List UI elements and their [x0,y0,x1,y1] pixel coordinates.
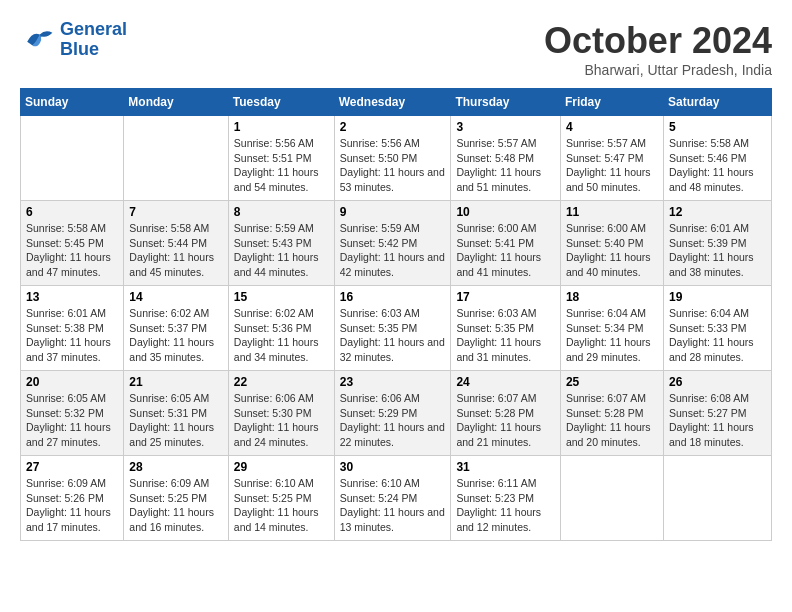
calendar-cell: 13Sunrise: 6:01 AM Sunset: 5:38 PM Dayli… [21,286,124,371]
calendar-cell: 12Sunrise: 6:01 AM Sunset: 5:39 PM Dayli… [663,201,771,286]
day-detail: Sunrise: 5:58 AM Sunset: 5:45 PM Dayligh… [26,221,118,280]
day-number: 5 [669,120,766,134]
calendar-header: SundayMondayTuesdayWednesdayThursdayFrid… [21,89,772,116]
calendar-cell: 23Sunrise: 6:06 AM Sunset: 5:29 PM Dayli… [334,371,451,456]
week-row-3: 13Sunrise: 6:01 AM Sunset: 5:38 PM Dayli… [21,286,772,371]
calendar-cell: 25Sunrise: 6:07 AM Sunset: 5:28 PM Dayli… [560,371,663,456]
day-number: 22 [234,375,329,389]
calendar-cell: 22Sunrise: 6:06 AM Sunset: 5:30 PM Dayli… [228,371,334,456]
logo-icon [20,22,56,58]
day-detail: Sunrise: 6:10 AM Sunset: 5:24 PM Dayligh… [340,476,446,535]
day-detail: Sunrise: 6:07 AM Sunset: 5:28 PM Dayligh… [456,391,555,450]
calendar-cell: 6Sunrise: 5:58 AM Sunset: 5:45 PM Daylig… [21,201,124,286]
day-number: 6 [26,205,118,219]
day-number: 31 [456,460,555,474]
calendar-cell: 16Sunrise: 6:03 AM Sunset: 5:35 PM Dayli… [334,286,451,371]
calendar-cell: 17Sunrise: 6:03 AM Sunset: 5:35 PM Dayli… [451,286,561,371]
day-number: 30 [340,460,446,474]
day-detail: Sunrise: 6:00 AM Sunset: 5:40 PM Dayligh… [566,221,658,280]
day-number: 3 [456,120,555,134]
day-detail: Sunrise: 5:57 AM Sunset: 5:48 PM Dayligh… [456,136,555,195]
day-detail: Sunrise: 5:57 AM Sunset: 5:47 PM Dayligh… [566,136,658,195]
calendar-cell: 18Sunrise: 6:04 AM Sunset: 5:34 PM Dayli… [560,286,663,371]
day-number: 29 [234,460,329,474]
logo-line1: General [60,19,127,39]
day-number: 12 [669,205,766,219]
logo: General Blue [20,20,127,60]
calendar-cell: 11Sunrise: 6:00 AM Sunset: 5:40 PM Dayli… [560,201,663,286]
logo-text: General Blue [60,20,127,60]
day-number: 21 [129,375,222,389]
header-sunday: Sunday [21,89,124,116]
day-detail: Sunrise: 6:04 AM Sunset: 5:34 PM Dayligh… [566,306,658,365]
calendar-cell [560,456,663,541]
day-detail: Sunrise: 5:59 AM Sunset: 5:42 PM Dayligh… [340,221,446,280]
day-number: 8 [234,205,329,219]
day-detail: Sunrise: 5:56 AM Sunset: 5:50 PM Dayligh… [340,136,446,195]
week-row-1: 1Sunrise: 5:56 AM Sunset: 5:51 PM Daylig… [21,116,772,201]
calendar-cell [21,116,124,201]
header-row: SundayMondayTuesdayWednesdayThursdayFrid… [21,89,772,116]
week-row-5: 27Sunrise: 6:09 AM Sunset: 5:26 PM Dayli… [21,456,772,541]
day-number: 26 [669,375,766,389]
day-number: 20 [26,375,118,389]
day-detail: Sunrise: 6:04 AM Sunset: 5:33 PM Dayligh… [669,306,766,365]
page-header: General Blue October 2024 Bharwari, Utta… [20,20,772,78]
day-detail: Sunrise: 5:58 AM Sunset: 5:44 PM Dayligh… [129,221,222,280]
month-title: October 2024 [544,20,772,62]
day-detail: Sunrise: 6:03 AM Sunset: 5:35 PM Dayligh… [456,306,555,365]
day-detail: Sunrise: 6:06 AM Sunset: 5:30 PM Dayligh… [234,391,329,450]
header-tuesday: Tuesday [228,89,334,116]
calendar-cell: 1Sunrise: 5:56 AM Sunset: 5:51 PM Daylig… [228,116,334,201]
calendar-cell: 20Sunrise: 6:05 AM Sunset: 5:32 PM Dayli… [21,371,124,456]
calendar-cell: 8Sunrise: 5:59 AM Sunset: 5:43 PM Daylig… [228,201,334,286]
day-detail: Sunrise: 6:11 AM Sunset: 5:23 PM Dayligh… [456,476,555,535]
week-row-2: 6Sunrise: 5:58 AM Sunset: 5:45 PM Daylig… [21,201,772,286]
calendar-cell: 31Sunrise: 6:11 AM Sunset: 5:23 PM Dayli… [451,456,561,541]
calendar-cell: 15Sunrise: 6:02 AM Sunset: 5:36 PM Dayli… [228,286,334,371]
day-detail: Sunrise: 6:06 AM Sunset: 5:29 PM Dayligh… [340,391,446,450]
calendar-cell: 29Sunrise: 6:10 AM Sunset: 5:25 PM Dayli… [228,456,334,541]
day-detail: Sunrise: 5:59 AM Sunset: 5:43 PM Dayligh… [234,221,329,280]
day-number: 14 [129,290,222,304]
title-block: October 2024 Bharwari, Uttar Pradesh, In… [544,20,772,78]
day-detail: Sunrise: 6:10 AM Sunset: 5:25 PM Dayligh… [234,476,329,535]
day-detail: Sunrise: 6:00 AM Sunset: 5:41 PM Dayligh… [456,221,555,280]
calendar-body: 1Sunrise: 5:56 AM Sunset: 5:51 PM Daylig… [21,116,772,541]
header-saturday: Saturday [663,89,771,116]
day-detail: Sunrise: 6:05 AM Sunset: 5:32 PM Dayligh… [26,391,118,450]
day-detail: Sunrise: 6:09 AM Sunset: 5:25 PM Dayligh… [129,476,222,535]
calendar-cell: 27Sunrise: 6:09 AM Sunset: 5:26 PM Dayli… [21,456,124,541]
day-number: 27 [26,460,118,474]
day-number: 25 [566,375,658,389]
day-detail: Sunrise: 5:56 AM Sunset: 5:51 PM Dayligh… [234,136,329,195]
day-number: 16 [340,290,446,304]
header-wednesday: Wednesday [334,89,451,116]
calendar-cell: 24Sunrise: 6:07 AM Sunset: 5:28 PM Dayli… [451,371,561,456]
header-monday: Monday [124,89,228,116]
calendar-cell: 14Sunrise: 6:02 AM Sunset: 5:37 PM Dayli… [124,286,228,371]
calendar-cell: 7Sunrise: 5:58 AM Sunset: 5:44 PM Daylig… [124,201,228,286]
day-number: 24 [456,375,555,389]
day-number: 15 [234,290,329,304]
day-number: 4 [566,120,658,134]
day-number: 23 [340,375,446,389]
day-number: 18 [566,290,658,304]
day-detail: Sunrise: 6:08 AM Sunset: 5:27 PM Dayligh… [669,391,766,450]
day-detail: Sunrise: 6:01 AM Sunset: 5:38 PM Dayligh… [26,306,118,365]
calendar-cell: 26Sunrise: 6:08 AM Sunset: 5:27 PM Dayli… [663,371,771,456]
location-subtitle: Bharwari, Uttar Pradesh, India [544,62,772,78]
day-number: 17 [456,290,555,304]
calendar-cell: 4Sunrise: 5:57 AM Sunset: 5:47 PM Daylig… [560,116,663,201]
calendar-cell: 21Sunrise: 6:05 AM Sunset: 5:31 PM Dayli… [124,371,228,456]
calendar-cell: 19Sunrise: 6:04 AM Sunset: 5:33 PM Dayli… [663,286,771,371]
day-detail: Sunrise: 6:02 AM Sunset: 5:36 PM Dayligh… [234,306,329,365]
calendar-cell: 5Sunrise: 5:58 AM Sunset: 5:46 PM Daylig… [663,116,771,201]
header-thursday: Thursday [451,89,561,116]
day-number: 9 [340,205,446,219]
calendar-cell: 10Sunrise: 6:00 AM Sunset: 5:41 PM Dayli… [451,201,561,286]
logo-line2: Blue [60,39,99,59]
calendar-cell [124,116,228,201]
day-number: 10 [456,205,555,219]
day-detail: Sunrise: 5:58 AM Sunset: 5:46 PM Dayligh… [669,136,766,195]
